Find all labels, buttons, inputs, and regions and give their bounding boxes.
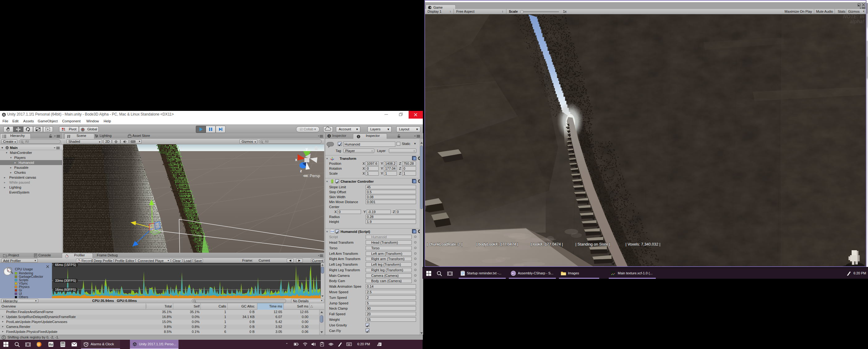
svg-text:alpha!: alpha! — [850, 19, 865, 24]
svg-text:Rendering: Rendering — [19, 271, 33, 275]
svg-text:| bodyLookX: 177.0474 |: | bodyLookX: 177.0474 | — [476, 242, 518, 246]
svg-text:16ms (60FPS): 16ms (60FPS) — [55, 288, 76, 291]
svg-text:Scripts: Scripts — [19, 279, 28, 282]
svg-text:| Voxels: 7,340,032 |: | Voxels: 7,340,032 | — [625, 242, 660, 246]
svg-text:33ms (30FPS): 33ms (30FPS) — [55, 279, 76, 283]
svg-text:z: z — [300, 169, 302, 173]
svg-text:x: x — [295, 157, 297, 162]
svg-text:⋘ Persp: ⋘ Persp — [303, 173, 320, 178]
svg-text:UI: UI — [19, 292, 22, 295]
svg-text:Others: Others — [19, 295, 28, 298]
svg-text:?: ? — [413, 157, 415, 160]
svg-text:i: i — [358, 135, 359, 138]
svg-text:| Standing on Slate |: | Standing on Slate | — [576, 242, 610, 246]
svg-text:i: i — [329, 135, 330, 138]
svg-text:?: ? — [413, 180, 415, 183]
svg-text:Gi: Gi — [19, 289, 22, 292]
svg-text:Aa: Aa — [49, 343, 53, 346]
svg-text:?: ? — [413, 230, 415, 233]
svg-text:| chunkLoadRate: 2 |: | chunkLoadRate: 2 | — [427, 242, 462, 246]
svg-text:C#: C# — [331, 230, 334, 233]
svg-text:VSync: VSync — [19, 282, 28, 285]
svg-text:y: y — [306, 147, 308, 151]
svg-text:GarbageCollector: GarbageCollector — [19, 275, 43, 279]
svg-text:NOTE: in: NOTE: in — [843, 14, 865, 19]
svg-text:| lookX: 177.0474 |: | lookX: 177.0474 | — [531, 242, 563, 246]
svg-text:Physics: Physics — [19, 285, 29, 289]
svg-text:66ms (15FPS): 66ms (15FPS) — [55, 263, 76, 267]
svg-text:CPU Usage: CPU Usage — [15, 267, 33, 271]
